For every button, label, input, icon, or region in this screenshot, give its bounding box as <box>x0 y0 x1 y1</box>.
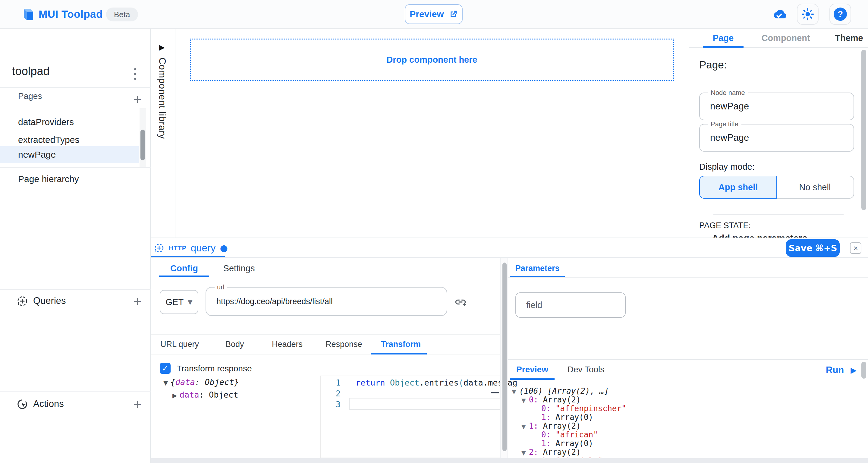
save-button[interactable]: Save ⌘+S <box>786 239 840 257</box>
display-mode-toggle-group: App shell No shell <box>699 176 854 198</box>
add-action-button[interactable]: + <box>130 397 145 411</box>
add-query-button[interactable]: + <box>130 294 145 308</box>
top-header: MUI Toolpad Beta Preview <box>0 0 868 29</box>
sidebar-item-extractedTypes[interactable]: extractedTypes <box>0 131 139 148</box>
tab-page[interactable]: Page <box>703 29 744 47</box>
tab-dev-tools[interactable]: Dev Tools <box>562 362 610 377</box>
run-button-label: Run <box>826 365 844 376</box>
queries-icon <box>16 295 28 307</box>
tab-transform[interactable]: Transform <box>381 335 421 354</box>
current-line-highlight <box>349 398 500 410</box>
tab-url-query[interactable]: URL query <box>160 335 199 354</box>
json-row[interactable]: 0: "african" <box>541 430 598 439</box>
parameter-field <box>516 292 626 318</box>
help-button[interactable]: ? <box>830 4 851 25</box>
http-method-select[interactable]: GET ▼ <box>160 290 198 314</box>
params-tabs-border <box>508 277 868 278</box>
divider <box>713 214 844 215</box>
tab-config[interactable]: Config <box>159 261 209 276</box>
inspector-panel: Page Component Theme Page: Node name Pag… <box>689 29 868 238</box>
chevron-down-icon: ▼ <box>188 299 192 306</box>
actions-label: Actions <box>33 399 64 409</box>
config-scrollbar-thumb[interactable] <box>502 263 507 451</box>
app-root: MUI Toolpad Beta Preview <box>0 0 868 463</box>
preview-tab-underline <box>510 378 555 380</box>
actions-icon <box>16 398 28 410</box>
page-title-input[interactable] <box>710 124 843 151</box>
config-panel-scrollbar[interactable] <box>500 258 507 458</box>
result-json-tree: ▼(106) [Array(2), …] ▼0: Array(2) 0: "af… <box>510 387 841 458</box>
transform-code-editor[interactable]: 1 2 3 return Object.entries(data.messag <box>320 376 500 458</box>
tab-body[interactable]: Body <box>225 335 244 354</box>
query-kind-label: HTTP <box>169 244 187 252</box>
json-row[interactable]: 0: "affenpinscher" <box>541 404 626 413</box>
left-sidebar: toolpad Pages + dataProviders extractedT… <box>0 29 151 463</box>
pages-scrollbar[interactable] <box>140 108 146 167</box>
run-button[interactable]: Run ▶ <box>826 364 857 377</box>
page-canvas: Drop component here <box>176 29 689 238</box>
inspector-tab-bar: Page Component Theme <box>689 29 868 48</box>
preview-panel-border <box>508 359 868 360</box>
json-row[interactable]: 1: Array(0) <box>541 439 593 448</box>
queries-label: Queries <box>33 296 66 306</box>
query-editor-tab[interactable]: HTTP query ● <box>154 241 228 256</box>
parameter-field-input[interactable] <box>526 293 617 317</box>
json-row[interactable]: 1: Array(0) <box>541 413 593 422</box>
tab-component[interactable]: Component <box>751 29 820 47</box>
close-dock-icon[interactable]: × <box>850 242 861 254</box>
editor-cursor-mark <box>491 392 499 393</box>
help-question-icon: ? <box>834 7 847 21</box>
preview-button[interactable]: Preview <box>405 4 463 24</box>
divider <box>0 289 151 290</box>
scope-tree-data-node[interactable]: ▶data: Object <box>173 390 238 399</box>
divider <box>0 167 151 168</box>
transform-response-checkbox[interactable]: ✓ <box>160 363 170 374</box>
preview-scrollbar[interactable] <box>861 362 866 458</box>
app-title: MUI Toolpad <box>38 0 103 28</box>
page-hierarchy-label[interactable]: Page hierarchy <box>18 174 79 184</box>
line-number: 2 <box>321 389 341 398</box>
url-input[interactable] <box>216 287 439 315</box>
dock-header-border <box>151 257 868 258</box>
scope-tree-root[interactable]: ▼{data: Object} <box>163 377 239 387</box>
component-library-rail[interactable]: ▶ Component library <box>151 29 176 238</box>
preview-button-label: Preview <box>410 9 444 19</box>
json-row[interactable]: ▼2: Array(2) <box>521 447 581 457</box>
pages-scrollbar-thumb[interactable] <box>141 130 145 160</box>
expand-rail-arrow-icon[interactable]: ▶ <box>159 43 164 52</box>
inspector-scrollbar[interactable] <box>861 50 866 213</box>
tab-headers[interactable]: Headers <box>272 335 303 354</box>
transform-tab-underline <box>371 353 427 354</box>
sidebar-item-newPage-selected[interactable]: newPage <box>0 146 139 163</box>
tab-response[interactable]: Response <box>326 335 362 354</box>
pages-section-header: Pages + <box>0 91 151 107</box>
json-row[interactable]: ▼0: Array(2) <box>521 395 581 404</box>
code-line-1: return Object.entries(data.messag <box>355 378 517 387</box>
params-panel-border <box>507 258 508 458</box>
toggle-app-shell[interactable]: App shell <box>699 176 777 198</box>
node-name-input[interactable] <box>710 93 843 120</box>
beta-badge: Beta <box>106 7 138 22</box>
page-title-field: Page title <box>699 124 854 152</box>
line-number: 1 <box>321 378 341 387</box>
open-in-new-icon <box>449 10 458 19</box>
divider <box>0 391 151 392</box>
add-page-button[interactable]: + <box>130 92 145 106</box>
tab-preview[interactable]: Preview <box>510 362 555 377</box>
page-state-label: PAGE STATE: <box>699 221 751 230</box>
project-menu-kebab-icon[interactable] <box>129 67 141 81</box>
sidebar-item-dataProviders[interactable]: dataProviders <box>0 114 139 130</box>
toggle-no-shell[interactable]: No shell <box>776 176 854 198</box>
tab-settings[interactable]: Settings <box>216 261 261 276</box>
tab-parameters[interactable]: Parameters <box>510 261 565 276</box>
json-root-row[interactable]: ▼(106) [Array(2), …] <box>512 387 609 396</box>
json-row[interactable]: ▼1: Array(2) <box>521 422 581 430</box>
http-method-value: GET <box>165 297 184 307</box>
active-tab-underline <box>703 46 744 48</box>
query-name-label: query <box>191 242 216 254</box>
link-binding-icon[interactable] <box>454 296 467 309</box>
component-dropzone[interactable]: Drop component here <box>190 38 674 81</box>
tab-theme[interactable]: Theme <box>832 29 866 47</box>
theme-toggle-button[interactable] <box>797 4 818 25</box>
http-query-icon <box>154 243 164 253</box>
